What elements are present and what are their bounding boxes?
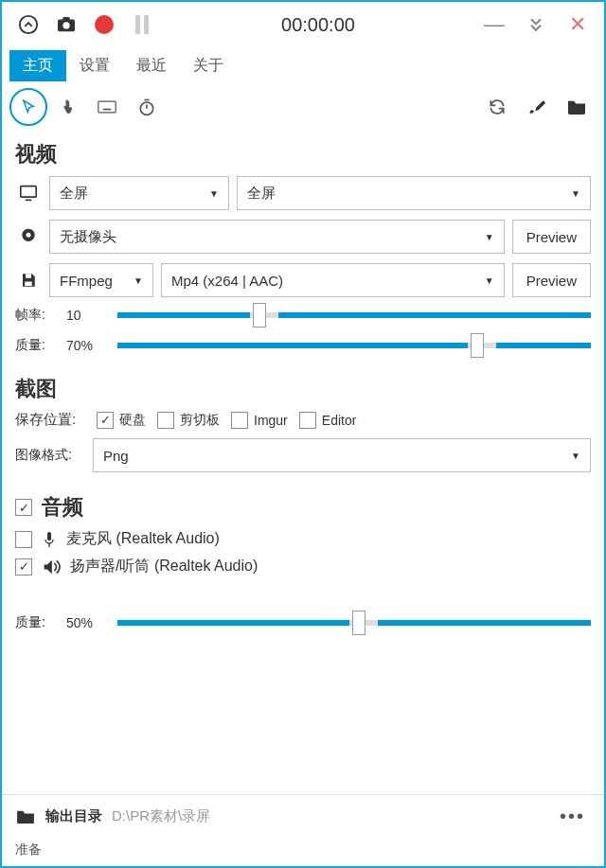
toolbar [2,83,604,131]
audio-quality-label: 质量: [15,614,57,631]
pause-icon [135,15,149,34]
output-dir-label: 输出目录 [45,807,102,825]
framerate-label: 帧率: [15,307,57,324]
save-editor-label: Editor [322,413,357,428]
save-disk-label: 硬盘 [119,412,146,429]
image-format-value: Png [103,448,129,464]
video-quality-label: 质量: [15,337,57,354]
audio-heading: 音频 [42,493,83,522]
titlebar: 00:00:00 — ✕ [2,2,604,47]
caret-down-icon: ▼ [485,275,494,286]
mic-checkbox[interactable] [15,531,32,548]
expand-button[interactable] [517,6,555,44]
tab-home[interactable]: 主页 [9,50,66,81]
click-tool-button[interactable] [47,87,87,127]
svg-rect-13 [21,186,36,197]
svg-rect-18 [25,282,32,287]
audio-enable-checkbox[interactable] [15,499,32,516]
screen-mode-value: 全屏 [60,185,88,203]
mic-label: 麦克风 (Realtek Audio) [66,529,220,549]
save-location-label: 保存位置: [15,411,85,429]
speaker-icon [42,558,61,576]
save-clipboard-label: 剪切板 [180,412,220,429]
save-imgur-label: Imgur [254,413,288,428]
screenshot-button[interactable] [47,6,85,44]
speaker-checkbox[interactable] [15,558,32,576]
mic-icon [42,530,57,549]
webcam-preview-button[interactable]: Preview [512,220,591,254]
format-preview-button[interactable]: Preview [512,263,591,297]
content-area: 视频 全屏 ▼ 全屏 ▼ 无摄像头 ▼ Preview FFmpeg ▼ [2,131,604,794]
close-button[interactable]: ✕ [559,6,597,44]
tab-about[interactable]: 关于 [180,50,237,81]
record-button[interactable] [85,6,123,44]
timer-display: 00:00:00 [161,14,475,36]
svg-point-10 [140,102,152,115]
output-dir-input[interactable] [112,808,544,824]
video-quality-value: 70% [66,338,108,353]
caret-down-icon: ▼ [571,188,580,199]
screen-target-value: 全屏 [247,185,276,203]
screenshot-heading: 截图 [15,375,591,403]
format-select[interactable]: Mp4 (x264 | AAC) ▼ [161,263,505,297]
folder-button[interactable] [557,87,597,127]
tab-bar: 主页 设置 最近 关于 [2,47,604,83]
video-quality-slider[interactable] [117,343,591,348]
record-icon [95,15,114,34]
pause-button[interactable] [123,6,161,44]
minimize-button[interactable]: — [475,6,513,44]
tab-recent[interactable]: 最近 [123,50,180,81]
svg-rect-2 [62,17,69,21]
more-button[interactable]: ••• [554,806,591,827]
tab-settings[interactable]: 设置 [66,50,123,81]
framerate-slider[interactable] [117,312,591,318]
image-format-label: 图像格式: [15,447,85,464]
slider-thumb[interactable] [471,333,484,358]
webcam-icon [15,227,42,246]
refresh-button[interactable] [477,87,517,127]
framerate-value: 10 [66,308,108,323]
screen-target-select[interactable]: 全屏 ▼ [237,176,591,210]
audio-quality-value: 50% [66,615,108,630]
timer-tool-button[interactable] [127,87,167,127]
slider-thumb[interactable] [253,303,266,328]
format-value: Mp4 (x264 | AAC) [171,273,283,289]
encoder-select[interactable]: FFmpeg ▼ [49,263,153,297]
svg-rect-17 [26,274,31,278]
menu-circle-button[interactable] [9,6,47,44]
footer-bar: 输出目录 ••• [2,794,604,838]
caret-down-icon: ▼ [571,451,580,461]
monitor-icon [15,185,42,202]
svg-point-16 [27,233,31,238]
save-editor-checkbox[interactable] [299,412,316,429]
keyboard-tool-button[interactable] [87,87,127,127]
cursor-tool-button[interactable] [9,88,47,126]
slider-thumb[interactable] [352,611,365,635]
save-icon [15,272,42,289]
status-text: 准备 [15,841,42,857]
encoder-value: FFmpeg [60,273,113,289]
close-icon: ✕ [569,12,586,37]
screen-mode-select[interactable]: 全屏 ▼ [49,176,229,210]
speaker-label: 扬声器/听筒 (Realtek Audio) [70,557,258,576]
folder-icon [15,809,36,824]
caret-down-icon: ▼ [134,275,143,286]
caret-down-icon: ▼ [485,232,494,242]
caret-down-icon: ▼ [209,188,219,199]
brush-button[interactable] [517,87,557,127]
save-imgur-checkbox[interactable] [231,412,248,429]
save-disk-checkbox[interactable] [97,412,114,429]
webcam-value: 无摄像头 [60,228,116,246]
status-bar: 准备 [2,838,604,866]
webcam-select[interactable]: 无摄像头 ▼ [49,220,505,254]
audio-quality-slider[interactable] [117,620,591,626]
video-heading: 视频 [15,140,591,168]
svg-point-3 [62,22,69,28]
svg-point-0 [20,16,37,33]
image-format-select[interactable]: Png ▼ [93,438,591,472]
svg-rect-4 [98,101,116,113]
svg-rect-19 [47,532,51,540]
save-clipboard-checkbox[interactable] [157,412,174,429]
